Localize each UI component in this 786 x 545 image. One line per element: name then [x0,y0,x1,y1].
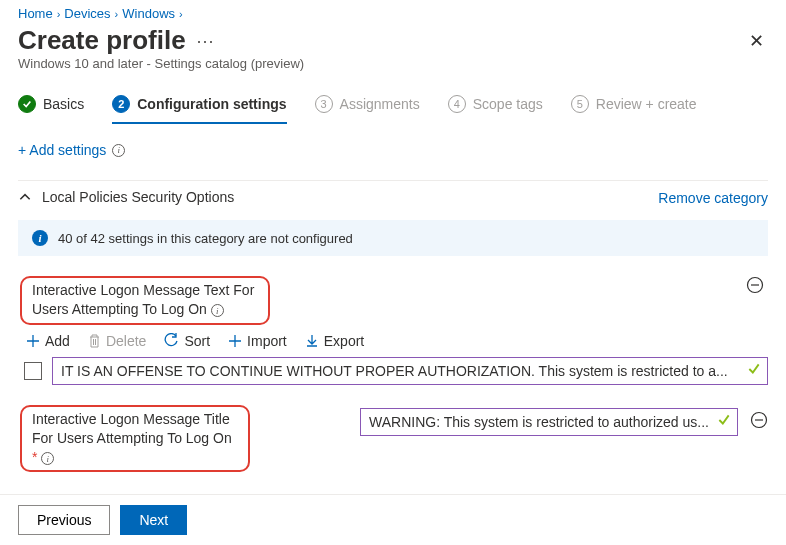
step-label: Configuration settings [137,96,286,112]
text-input[interactable]: IT IS AN OFFENSE TO CONTINUE WITHOUT PRO… [52,357,768,385]
category-name: Local Policies Security Options [42,189,234,205]
step-basics[interactable]: Basics [18,89,84,123]
next-button[interactable]: Next [120,505,187,535]
btn-label: Import [247,333,287,349]
add-button[interactable]: Add [26,333,70,349]
collapse-icon [750,411,768,429]
chevron-right-icon: › [57,8,61,20]
export-button[interactable]: Export [305,333,364,349]
step-assignments[interactable]: 3 Assignments [315,89,420,123]
check-circle-icon [18,95,36,113]
wizard-steps: Basics 2 Configuration settings 3 Assign… [0,89,786,124]
setting-label-highlight: Interactive Logon Message Title For User… [20,405,250,473]
step-number-icon: 4 [448,95,466,113]
setting-logon-title: Interactive Logon Message Title For User… [18,405,768,473]
step-configuration[interactable]: 2 Configuration settings [112,89,286,123]
wizard-footer: Previous Next [0,494,786,545]
trash-icon [88,334,101,348]
chevron-up-icon[interactable] [18,190,32,204]
breadcrumb: Home › Devices › Windows › [0,0,786,23]
breadcrumb-home[interactable]: Home [18,6,53,21]
collapse-button[interactable] [750,411,768,432]
step-number-icon: 3 [315,95,333,113]
btn-label: Export [324,333,364,349]
delete-button: Delete [88,333,146,349]
step-number-icon: 5 [571,95,589,113]
info-icon[interactable]: i [112,144,125,157]
input-value: WARNING: This system is restricted to au… [369,414,709,430]
step-label: Scope tags [473,96,543,112]
collapse-button[interactable] [746,276,764,297]
step-number-icon: 2 [112,95,130,113]
close-button[interactable]: ✕ [745,26,768,56]
info-icon: i [32,230,48,246]
add-settings-link[interactable]: + Add settings i [18,142,768,158]
category-header: Local Policies Security Options Remove c… [18,180,768,214]
btn-label: Add [45,333,70,349]
step-label: Review + create [596,96,697,112]
chevron-right-icon: › [179,8,183,20]
step-scope-tags[interactable]: 4 Scope tags [448,89,543,123]
btn-label: Sort [184,333,210,349]
page-header: Create profile ⋯ ✕ [0,23,786,56]
setting-label-text: Interactive Logon Message Title For User… [32,411,232,446]
add-settings-label: + Add settings [18,142,106,158]
setting-logon-text: Interactive Logon Message Text For Users… [18,276,768,385]
plus-icon [228,334,242,348]
collapse-icon [746,276,764,294]
check-icon [747,362,761,379]
chevron-right-icon: › [115,8,119,20]
previous-button[interactable]: Previous [18,505,110,535]
step-label: Basics [43,96,84,112]
info-text: 40 of 42 settings in this category are n… [58,231,353,246]
setting-label-highlight: Interactive Logon Message Text For Users… [20,276,270,325]
text-input[interactable]: WARNING: This system is restricted to au… [360,408,738,436]
download-icon [305,334,319,348]
info-message: i 40 of 42 settings in this category are… [18,220,768,256]
check-icon [717,413,731,430]
breadcrumb-devices[interactable]: Devices [64,6,110,21]
required-asterisk: * [32,449,37,465]
info-icon[interactable]: i [211,304,224,317]
step-label: Assignments [340,96,420,112]
remove-category-link[interactable]: Remove category [658,190,768,206]
input-value: IT IS AN OFFENSE TO CONTINUE WITHOUT PRO… [61,363,728,379]
field-row: IT IS AN OFFENSE TO CONTINUE WITHOUT PRO… [24,357,768,385]
checkbox[interactable] [24,362,42,380]
more-menu-button[interactable]: ⋯ [196,32,215,50]
breadcrumb-windows[interactable]: Windows [122,6,175,21]
refresh-icon [164,333,179,348]
btn-label: Delete [106,333,146,349]
info-icon[interactable]: i [41,452,54,465]
sort-button[interactable]: Sort [164,333,210,349]
plus-icon [26,334,40,348]
import-button[interactable]: Import [228,333,287,349]
page-subtitle: Windows 10 and later - Settings catalog … [0,56,786,89]
page-title: Create profile [18,25,186,56]
setting-toolbar: Add Delete Sort Import Export [26,333,768,349]
step-review[interactable]: 5 Review + create [571,89,697,123]
